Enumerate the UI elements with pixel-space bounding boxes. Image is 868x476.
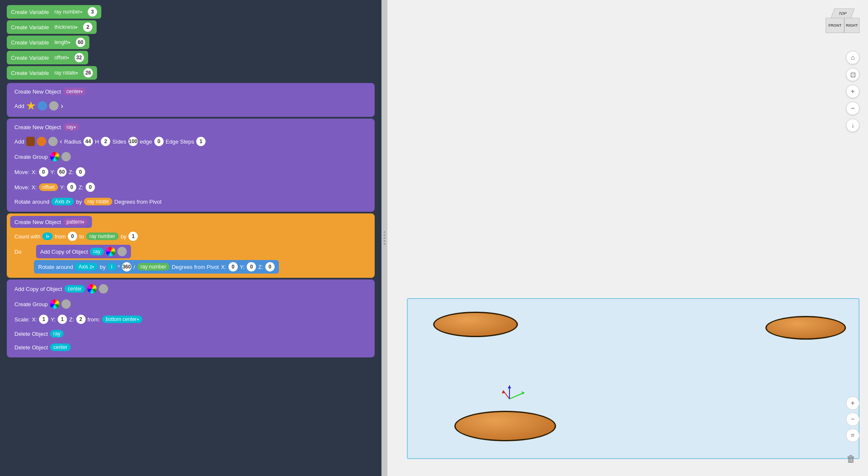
add-ray-row: Add ‹ Radius 44 H 2 Sides 100 edge 0 Edg… [10,135,371,148]
rotate2-z[interactable]: 0 [265,262,275,271]
ray-name-badge[interactable]: ray ▾ [63,123,79,131]
trash-button[interactable]: 🗑 [843,451,860,468]
rotate1-block[interactable]: Rotate around Axis z ▾ by ray rotate Deg… [10,196,166,208]
create-group2-block[interactable]: Create Group [10,297,75,311]
rotate2-y[interactable]: 0 [247,262,256,271]
count-var-i[interactable]: i ▾ [42,232,53,240]
variables-section: Create Variable ray number ▾ 3 Create Va… [7,5,375,80]
disc-bottom-center [454,411,556,441]
viewport-panel: TOP FRONT RIGHT ⌂ ⊡ + − ↓ + − = 🗑 [381,0,868,476]
delete-ray-block[interactable]: Delete Object ray [10,328,68,340]
add-ray-block[interactable]: Add ‹ Radius 44 H 2 Sides 100 edge 0 Edg… [10,135,210,148]
create-center-block[interactable]: Create New Object center ▾ [10,86,90,97]
move1-x[interactable]: 0 [39,167,48,177]
center-name-badge[interactable]: center ▾ [63,88,86,95]
rotate2-axis[interactable]: Axis z ▾ [75,263,97,271]
sides-val[interactable]: 100 [128,137,138,146]
scale-x[interactable]: 1 [39,315,48,324]
fit-button[interactable]: ⊡ [846,68,860,81]
disc-top-left [433,312,518,337]
download-button[interactable]: ↓ [846,119,860,132]
create-group-block[interactable]: Create Group [10,150,75,163]
create-pattern-block[interactable]: Create New Object pattern ▾ [10,216,92,228]
star-icon [26,101,36,111]
move1-y[interactable]: 60 [57,167,67,177]
cube-front-face[interactable]: FRONT [826,18,844,33]
home-button[interactable]: ⌂ [846,51,860,64]
circle-blue-icon [38,101,47,111]
radius-val[interactable]: 44 [83,137,93,146]
delete-center-block[interactable]: Delete Object center [10,341,75,353]
count-to-raynumber[interactable]: ray number [86,232,119,240]
move1-block[interactable]: Move: X: 0 Y: 60 Z: 0 [10,165,89,179]
move2-z[interactable]: 0 [86,183,95,192]
pattern-name-badge[interactable]: pattern ▾ [63,218,88,226]
zoom-out-button[interactable]: − [846,102,860,115]
scale-y[interactable]: 1 [58,315,67,324]
delete-center-ref[interactable]: center [50,343,71,351]
count-block[interactable]: Count with i ▾ from 0 to ray number by 1 [10,230,142,243]
var-ray-number-row: Create Variable ray number ▾ 3 [7,5,375,19]
create-group2-row: Create Group [10,297,371,311]
val-offset[interactable]: 32 [75,53,84,62]
var-name-thickness[interactable]: thickness ▾ [51,23,81,31]
add-copy-center-block[interactable]: Add Copy of Object center [10,282,112,296]
edge-steps-val[interactable]: 1 [196,137,206,146]
rotate2-raynumber[interactable]: ray number [137,263,170,271]
move1-row: Move: X: 0 Y: 60 Z: 0 [10,165,371,179]
val-thickness[interactable]: 2 [83,22,92,32]
create-var-ray-number[interactable]: Create Variable ray number ▾ 3 [7,5,101,19]
move2-block[interactable]: Move: X: offset Y: 0 Z: 0 [10,180,99,194]
color-wheel-icon [50,152,59,161]
cube-right-face[interactable]: RIGHT [844,18,860,33]
create-var-rayrotate[interactable]: Create Variable ray rotate ▾ 26 [7,66,97,80]
delete-ray-ref[interactable]: ray [50,330,64,338]
zoom-plus-button[interactable]: + [846,396,860,410]
cube-top-face[interactable]: TOP [831,8,855,19]
add-copy-ray-block[interactable]: Add Copy of Object ray [36,245,131,258]
var-name-ray-number[interactable]: ray number ▾ [51,8,86,16]
create-ray-block[interactable]: Create New Object ray ▾ [10,121,83,133]
add-copy-center-row: Add Copy of Object center [10,282,371,296]
count-by-val[interactable]: 1 [128,232,138,241]
create-var-thickness[interactable]: Create Variable thickness ▾ 2 [7,20,97,34]
move1-z[interactable]: 0 [76,167,85,177]
create-var-offset[interactable]: Create Variable offset ▾ 32 [7,51,88,64]
add-center-block[interactable]: Add › [10,99,67,113]
count-from-val[interactable]: 0 [68,232,77,241]
dropdown-arrow: ▾ [80,10,82,14]
rotate2-block[interactable]: Rotate around Axis z ▾ by i * 360 / ray … [34,260,279,274]
center-ref-badge[interactable]: center [64,285,85,293]
scale-from-badge[interactable]: bottom center ▾ [102,315,142,323]
move2-x-var[interactable]: offset [39,183,58,191]
create-pattern-row: Create New Object pattern ▾ [10,216,371,228]
rotate2-x[interactable]: 0 [228,262,238,271]
val-rayrotate[interactable]: 26 [83,68,93,77]
zoom-minus-button[interactable]: − [846,412,860,426]
delete-ray-row: Delete Object ray [10,328,371,340]
zoom-in-button[interactable]: + [846,85,860,98]
var-name-offset[interactable]: offset ▾ [51,54,72,61]
rotate2-wrapper: Rotate around Axis z ▾ by i * 360 / ray … [10,260,371,274]
zoom-reset-button[interactable]: = [846,429,860,442]
val-ray-number[interactable]: 3 [88,7,97,17]
delete-center-row: Delete Object center [10,341,371,353]
scale-z[interactable]: 2 [76,315,86,324]
h-val[interactable]: 2 [101,137,110,146]
create-ray-row: Create New Object ray ▾ [10,121,371,133]
rotate1-var[interactable]: ray rotate [84,198,112,205]
color-wheel-icon3 [87,284,97,293]
edge-val[interactable]: 0 [154,137,164,146]
move2-y[interactable]: 0 [67,183,76,192]
var-name-length[interactable]: length ▾ [51,39,74,46]
do-row: Do Add Copy of Object ray [10,245,371,258]
var-name-rayrotate[interactable]: ray rotate ▾ [51,69,81,77]
rotate2-360[interactable]: 360 [122,262,131,271]
add-copy-ray-ref[interactable]: ray [90,248,104,255]
val-length[interactable]: 60 [76,38,85,47]
rotate1-axis[interactable]: Axis z ▾ [51,198,74,205]
rotate2-i-var[interactable]: i [108,263,116,271]
cube-nav[interactable]: TOP FRONT RIGHT [826,8,860,42]
create-var-length[interactable]: Create Variable length ▾ 60 [7,36,89,49]
scale-block[interactable]: Scale: X: 1 Y: 1 Z: 2 from: bottom cente… [10,313,147,326]
